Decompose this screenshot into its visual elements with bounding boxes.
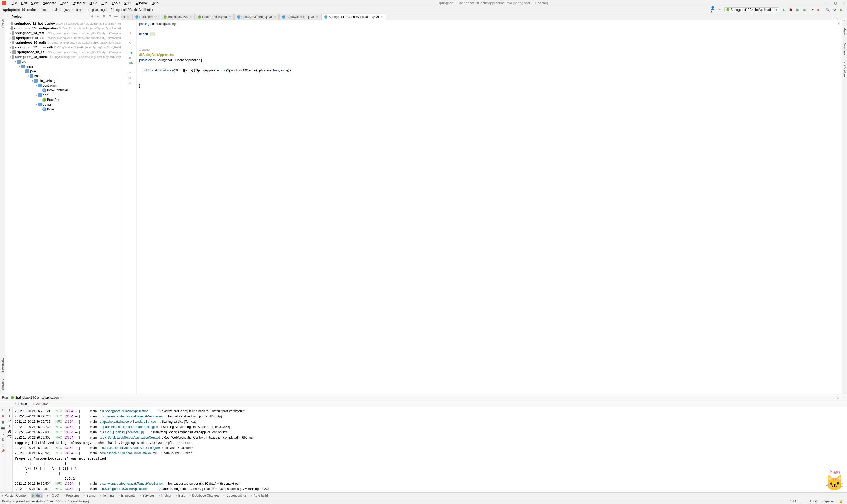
menu-build[interactable]: Build [88, 1, 99, 5]
breadcrumb[interactable]: dingjiaxiong [87, 8, 106, 12]
editor-tab[interactable]: BookService.java× [195, 14, 234, 20]
menu-vcs[interactable]: VCS [122, 1, 133, 5]
run-panel-config[interactable]: Springboot19CacheApplication × [11, 396, 63, 399]
delete-icon[interactable]: 🗑 [1, 437, 5, 442]
close-icon[interactable]: × [155, 15, 157, 19]
attach-icon[interactable]: ⋯▾ [809, 7, 814, 12]
menu-view[interactable]: View [29, 1, 41, 5]
lock-icon[interactable]: 🔒 [839, 500, 843, 503]
inspection-ok-icon[interactable]: ✔ [837, 21, 841, 25]
undo-icon[interactable]: ↶ [718, 7, 722, 12]
hide-icon[interactable]: — [114, 15, 119, 19]
coverage-icon[interactable]: ▣ [795, 7, 800, 12]
encoding[interactable]: UTF-8 [809, 500, 817, 503]
editor-gutter[interactable]: 135 7▶ 8 9▶ 121314 [121, 20, 137, 394]
rerun-icon[interactable]: ↻ [1, 409, 5, 413]
breadcrumb-root[interactable]: springboot_19_cache [2, 8, 37, 12]
minimize-icon[interactable]: — [826, 1, 829, 5]
search-icon[interactable]: 🔍 [825, 7, 830, 12]
settings-icon[interactable]: ⚙ [832, 7, 837, 12]
menu-file[interactable]: File [10, 1, 19, 5]
exit-icon[interactable]: ↘ [1, 432, 5, 436]
breadcrumb[interactable]: main [51, 8, 59, 12]
tree-row[interactable]: ▾main [5, 64, 121, 69]
tool-tab-project[interactable]: Project [1, 17, 5, 29]
tree-row[interactable]: ▾src [5, 59, 121, 64]
tree-row[interactable]: ▾controller [5, 83, 121, 88]
close-icon[interactable]: × [190, 15, 192, 19]
maximize-icon[interactable]: ▢ [834, 1, 837, 5]
pause-icon[interactable]: ▣ [1, 420, 5, 424]
breadcrumb[interactable]: src [40, 8, 47, 12]
tool-tab-notifications[interactable]: Notifications [843, 60, 847, 79]
editor-tab[interactable]: BookDao.java× [161, 14, 195, 20]
editor-tab-partial[interactable]: ml × [121, 14, 132, 20]
down-icon[interactable]: ↓ [9, 414, 10, 417]
close-icon[interactable]: × [381, 15, 383, 19]
scroll-icon[interactable]: ⤓ [8, 424, 11, 428]
close-icon[interactable]: × [127, 15, 129, 19]
tool-tab-profiler[interactable]: ▸ Profiler [159, 494, 172, 498]
actuator-tab[interactable]: ✦Actuator [30, 401, 51, 407]
tool-tab-m[interactable]: m [843, 17, 847, 23]
tree-row[interactable]: ▸springboot_16_redisD:\DingJiaxiong\Idea… [5, 40, 121, 45]
tree-row[interactable]: ▸springboot_14_testD:\DingJiaxiong\IdeaP… [5, 31, 121, 35]
menu-edit[interactable]: Edit [19, 1, 29, 5]
layout-icon[interactable]: ⊞ [1, 444, 5, 448]
breadcrumb-file[interactable]: Springboot19CacheApplication [109, 8, 155, 12]
tool-tab-maven[interactable]: Maven [843, 26, 847, 38]
print-icon[interactable]: 🖨 [8, 430, 11, 433]
target-icon[interactable]: ⊕ [91, 15, 95, 19]
tree-row[interactable]: BookController [5, 88, 121, 93]
menu-run[interactable]: Run [99, 1, 110, 5]
tool-tab-problems[interactable]: ▸ Problems [64, 494, 80, 498]
wrap-icon[interactable]: ↩ [8, 419, 11, 423]
tool-tab-dependencies[interactable]: ▸ Dependencies [224, 494, 247, 498]
gear-icon[interactable]: ⚙ [837, 396, 840, 399]
menu-tools[interactable]: Tools [110, 1, 122, 5]
caret-position[interactable]: 14:1 [790, 500, 796, 503]
tool-tab-build[interactable]: ▸ Build [176, 494, 185, 498]
up-icon[interactable]: ↑ [9, 409, 10, 412]
tool-tab-run[interactable]: ▶ Run [31, 493, 43, 498]
editor-tab[interactable]: BookServiceImpl.java× [234, 14, 279, 20]
profile-icon[interactable]: ◉ [802, 7, 807, 12]
tool-tab-database[interactable]: Database [843, 41, 847, 57]
menu-refactor[interactable]: Refactor [71, 1, 88, 5]
tool-tab-terminal[interactable]: ▸ Terminal [100, 494, 114, 498]
hide-icon[interactable]: — [842, 396, 845, 399]
debug-icon[interactable]: 🐞 [788, 7, 793, 12]
close-icon[interactable]: × [229, 15, 231, 19]
close-icon[interactable]: × [274, 15, 276, 19]
tree-row[interactable]: ▸springboot_13_configurationD:\DingJiaxi… [5, 26, 121, 31]
tool-tab-bookmarks[interactable]: Bookmarks [1, 356, 5, 374]
tool-tab-database-changes[interactable]: ▸ Database Changes [190, 494, 219, 498]
tree-row[interactable]: ▸springboot_12_hot_deployD:\DingJiaxiong… [5, 21, 121, 26]
run-config-selector[interactable]: Springboot19CacheApplication ▾ [724, 7, 779, 12]
menu-navigate[interactable]: Navigate [41, 1, 58, 5]
tree-row[interactable]: ▾dingjiaxiong [5, 78, 121, 83]
user-icon[interactable]: 👤▾ [711, 7, 716, 12]
console-tab[interactable]: Console [13, 401, 30, 407]
collapse-all-icon[interactable]: ⇅ [103, 15, 107, 19]
tree-row[interactable]: ▾dao [5, 93, 121, 97]
menu-code[interactable]: Code [58, 1, 70, 5]
tree-row[interactable]: Book [5, 107, 121, 112]
camera-icon[interactable]: 📷 [1, 426, 5, 430]
tabs-overflow-icon[interactable]: ⋮ ⋮ [830, 14, 842, 20]
close-icon[interactable]: × [61, 396, 63, 399]
tree-row[interactable]: ▾domain [5, 102, 121, 107]
tree-row[interactable]: BookDao [5, 97, 121, 102]
tree-row[interactable]: ▸springboot_15_sqlD:\DingJiaxiong\IdeaPr… [5, 35, 121, 40]
gear-icon[interactable]: ⚙ [109, 15, 113, 19]
tool-tab-structure[interactable]: Structure [1, 377, 5, 392]
editor-tab[interactable]: Springboot19CacheApplication.java× [321, 14, 386, 20]
code-editor[interactable]: package com.dingjiaxiong; import ... 1 u… [137, 20, 842, 394]
tree-row[interactable]: ▾springboot_19_cacheD:\DingJiaxiong\Idea… [5, 55, 121, 59]
run-gutter-icon[interactable]: ▶ [131, 61, 133, 64]
stop-icon[interactable]: ■ [816, 7, 821, 12]
tree-row[interactable]: ▸springboot_18_esD:\DingJiaxiong\IdeaPro… [5, 50, 121, 55]
tool-tab-endpoints[interactable]: ▸ Endpoints [119, 494, 135, 498]
tool-tab-spring[interactable]: ▸ Spring [84, 494, 95, 498]
editor-tab[interactable]: BookController.java× [279, 14, 321, 20]
